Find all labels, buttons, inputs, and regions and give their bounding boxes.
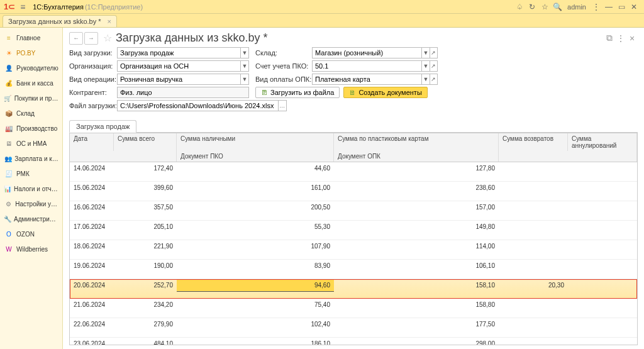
table-row[interactable]: 18.06.2024221,90107,90114,00	[70, 240, 637, 260]
sidebar-item[interactable]: ☀РО.BY	[0, 45, 62, 60]
field-vid-oper[interactable]: ▼	[117, 74, 249, 85]
field-sklad[interactable]: ▼↗	[312, 47, 438, 58]
table-row[interactable]: 16.06.2024357,50200,50157,00	[70, 201, 637, 221]
search-icon[interactable]: 🔍	[551, 3, 564, 11]
th-cash[interactable]: Сумма наличными	[177, 133, 334, 151]
th-ann[interactable]: Сумма аннулирований	[568, 133, 637, 151]
dropdown-icon[interactable]: ▼	[421, 48, 429, 58]
dropdown-icon[interactable]: ▼	[421, 74, 429, 84]
sidebar-item[interactable]: ⚙Настройки учета	[0, 196, 62, 211]
nav-back-button[interactable]: ←	[69, 32, 83, 45]
tab-label: Загрузка данных из skko.by *	[8, 18, 101, 25]
th-sum[interactable]: Сумма всего	[114, 133, 177, 151]
sidebar-icon: O	[4, 229, 14, 239]
create-documents-button[interactable]: 🗎Создать документы	[343, 87, 427, 98]
th-ret[interactable]: Сумма возвратов	[499, 133, 568, 151]
table-row[interactable]: 23.06.2024484,10186,10298,00	[70, 338, 637, 345]
subtab-sales[interactable]: Загрузка продаж	[69, 120, 136, 133]
table-row[interactable]: 21.06.2024234,2075,40158,80	[70, 299, 637, 318]
settings-icon[interactable]: ⋮	[590, 3, 602, 11]
field-vid-opl[interactable]: ▼↗	[312, 74, 438, 85]
dropdown-icon[interactable]: ▼	[240, 48, 248, 58]
table-body[interactable]: 14.06.2024172,4044,60127,8015.06.2024399…	[70, 162, 637, 345]
tab-active[interactable]: Загрузка данных из skko.by * ×	[3, 15, 117, 27]
user-label[interactable]: admin	[567, 3, 586, 11]
table-row[interactable]: 17.06.2024205,1055,30149,80	[70, 221, 637, 240]
cell-cash: 83,90	[177, 260, 334, 272]
input-schet[interactable]	[313, 62, 421, 70]
sidebar-item[interactable]: WWildberries	[0, 241, 62, 257]
sidebar-item[interactable]: 💰Банк и касса	[0, 75, 62, 91]
table-row[interactable]: 22.06.2024279,90102,40177,50	[70, 318, 637, 338]
field-org[interactable]: ▼	[117, 60, 249, 72]
browse-icon[interactable]: …	[278, 101, 286, 111]
cell-sum: 172,40	[114, 162, 177, 174]
cell-card: 157,00	[334, 201, 499, 213]
th-doc-pko[interactable]: Документ ПКО	[177, 151, 334, 162]
sidebar-item[interactable]: 📊Налоги и отчетность	[0, 181, 62, 196]
input-vid-oper[interactable]	[118, 75, 240, 83]
sidebar-item[interactable]: ≡Главное	[0, 30, 62, 45]
sidebar-icon: ☀	[4, 48, 14, 58]
cell-ret	[499, 201, 568, 206]
sidebar-item[interactable]: 🏭Производство	[0, 121, 62, 136]
main-menu-icon[interactable]: ≡	[18, 2, 28, 12]
th-doc-opk[interactable]: Документ ОПК	[334, 151, 499, 162]
table-row[interactable]: 20.06.2024252,7094,60158,1020,30	[70, 279, 637, 299]
favorite-icon[interactable]: ☆	[103, 32, 112, 44]
th-date[interactable]: Дата	[70, 133, 114, 151]
input-org[interactable]	[118, 62, 240, 70]
sidebar-item[interactable]: 🔧Администрирование	[0, 211, 62, 226]
more-icon[interactable]: ⋮	[615, 33, 626, 43]
dropdown-icon[interactable]: ▼	[240, 61, 248, 71]
th-card[interactable]: Сумма по пластиковым картам	[334, 133, 499, 151]
minimize-icon[interactable]: —	[602, 3, 615, 11]
page-header: ← → ☆ Загрузка данных из skko.by * ⧉ ⋮ ×	[63, 28, 644, 47]
open-ref-icon[interactable]: ↗	[430, 74, 437, 84]
sidebar-item[interactable]: 🖥ОС и НМА	[0, 136, 62, 151]
bell-icon[interactable]: ♤	[513, 3, 526, 11]
open-ref-icon[interactable]: ↗	[430, 48, 437, 58]
sidebar-icon: 👥	[4, 153, 12, 163]
field-vid-zagruzki[interactable]: ▼	[117, 47, 249, 58]
table-header: Дата Сумма всего Сумма наличными Сумма п…	[70, 133, 637, 162]
history-icon[interactable]: ↻	[526, 3, 538, 11]
table-row[interactable]: 15.06.2024399,60161,00238,60	[70, 182, 637, 201]
tab-close-icon[interactable]: ×	[108, 18, 111, 25]
sidebar-label: Администрирование	[14, 216, 58, 223]
sidebar-icon: 💰	[4, 78, 14, 88]
field-schet[interactable]: ▼↗	[312, 60, 438, 72]
table-row[interactable]: 19.06.2024190,0083,90106,10	[70, 260, 637, 279]
field-file[interactable]: …	[117, 100, 287, 111]
open-ref-icon[interactable]: ↗	[430, 61, 437, 71]
star-icon[interactable]: ☆	[538, 3, 551, 11]
nav-forward-button[interactable]: →	[84, 32, 98, 45]
dropdown-icon[interactable]: ▼	[421, 61, 429, 71]
sidebar-icon: 📦	[4, 108, 14, 118]
input-file[interactable]	[118, 102, 278, 109]
field-kontragent[interactable]	[117, 87, 249, 98]
sidebar-item[interactable]: 📦Склад	[0, 106, 62, 121]
cell-ret: 20,30	[499, 279, 568, 291]
label-vid-zagruzki: Вид загрузки:	[69, 49, 117, 57]
input-vid-zagruzki[interactable]	[118, 49, 240, 57]
dropdown-icon[interactable]: ▼	[240, 74, 248, 84]
input-sklad[interactable]	[313, 49, 421, 57]
load-from-file-button[interactable]: 🖹Загрузить из файла	[255, 87, 340, 98]
cell-sum: 279,90	[114, 318, 177, 330]
sidebar-label: ОС и НМА	[16, 140, 47, 147]
maximize-icon[interactable]: ▭	[615, 3, 628, 11]
cell-ann	[568, 162, 637, 167]
table-row[interactable]: 14.06.2024172,4044,60127,80	[70, 162, 637, 182]
sidebar-item[interactable]: 👤Руководителю	[0, 60, 62, 75]
sidebar-item[interactable]: OOZON	[0, 226, 62, 241]
cell-cash: 75,40	[177, 299, 334, 311]
sidebar-item[interactable]: 🧾РМК	[0, 166, 62, 181]
cell-ret	[499, 182, 568, 187]
close-icon[interactable]: ✕	[628, 3, 640, 11]
sidebar-item[interactable]: 🛒Покупки и продажи	[0, 91, 62, 106]
page-close-icon[interactable]: ×	[626, 33, 638, 43]
input-vid-opl[interactable]	[313, 75, 421, 83]
open-new-icon[interactable]: ⧉	[604, 33, 615, 43]
sidebar-item[interactable]: 👥Зарплата и кадры	[0, 151, 62, 166]
